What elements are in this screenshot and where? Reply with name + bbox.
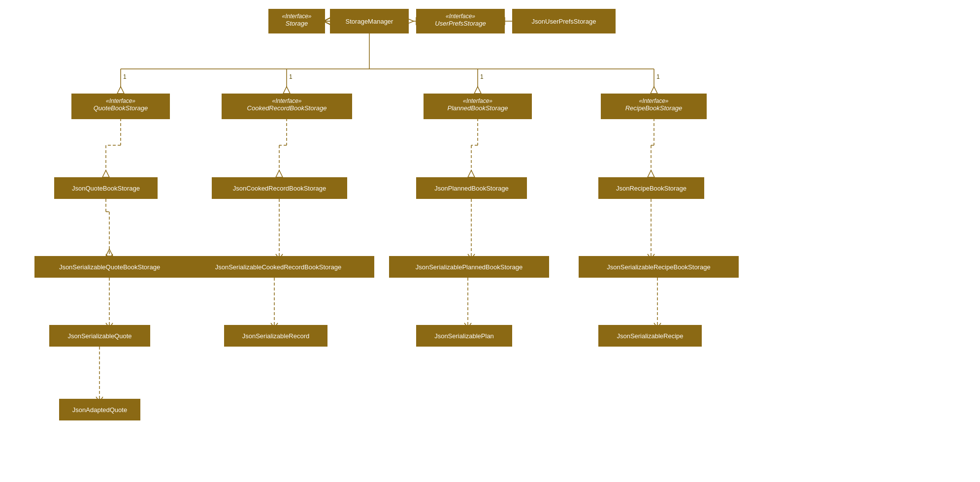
jsonser-quote-label: JsonSerializableQuote [67, 332, 131, 340]
svg-text:1: 1 [656, 73, 660, 80]
jsonser-quote-box: JsonSerializableQuote [49, 325, 150, 347]
userprefs-stereotype: «Interface» [422, 13, 499, 20]
jsonser-plan-label: JsonSerializablePlan [434, 332, 494, 340]
jsonser-recipebook-box: JsonSerializableRecipeBookStorage [579, 256, 739, 278]
storage-interface-box: «Interface» Storage [268, 9, 325, 33]
recipebook-stereotype: «Interface» [607, 97, 701, 104]
jsonser-quotebook-box: JsonSerializableQuoteBookStorage [34, 256, 185, 278]
cookedrecordbook-stereotype: «Interface» [228, 97, 346, 104]
json-quotebook-label: JsonQuoteBookStorage [72, 185, 140, 192]
diagram-svg: 1 1 1 1 1 1 [0, 0, 980, 482]
svg-marker-44 [468, 170, 475, 177]
jsonser-recipebook-label: JsonSerializableRecipeBookStorage [607, 263, 710, 271]
quotebook-classname: QuoteBookStorage [77, 104, 164, 112]
json-recipebook-box: JsonRecipeBookStorage [598, 177, 704, 199]
storage-classname: Storage [274, 20, 319, 27]
jsonser-plan-box: JsonSerializablePlan [416, 325, 512, 347]
jsonser-cookedrecordbook-label: JsonSerializableCookedRecordBookStorage [215, 263, 342, 271]
json-adapted-quote-label: JsonAdaptedQuote [72, 406, 127, 414]
svg-marker-38 [276, 170, 283, 177]
json-cookedrecordbook-box: JsonCookedRecordBookStorage [212, 177, 347, 199]
quotebook-stereotype: «Interface» [77, 97, 164, 104]
json-plannedbook-label: JsonPlannedBookStorage [434, 185, 508, 192]
json-plannedbook-box: JsonPlannedBookStorage [416, 177, 527, 199]
json-recipebook-label: JsonRecipeBookStorage [616, 185, 686, 192]
userprefs-interface-box: «Interface» UserPrefsStorage [416, 9, 505, 33]
storage-manager-label: StorageManager [346, 18, 393, 25]
svg-text:1: 1 [289, 73, 293, 80]
svg-text:1: 1 [480, 73, 484, 80]
jsonser-record-box: JsonSerializableRecord [224, 325, 327, 347]
diagram-container: 1 1 1 1 1 1 [0, 0, 980, 482]
jsonser-record-label: JsonSerializableRecord [242, 332, 310, 340]
jsonser-plannedbook-label: JsonSerializablePlannedBookStorage [416, 263, 523, 271]
storage-stereotype: «Interface» [274, 13, 319, 20]
svg-marker-20 [474, 87, 481, 94]
svg-marker-28 [102, 170, 109, 177]
plannedbook-interface-box: «Interface» PlannedBookStorage [424, 94, 532, 119]
svg-text:1: 1 [123, 73, 127, 80]
json-userprefs-label: JsonUserPrefsStorage [532, 18, 596, 25]
cookedrecordbook-classname: CookedRecordBookStorage [228, 104, 346, 112]
jsonser-quotebook-label: JsonSerializableQuoteBookStorage [59, 263, 160, 271]
plannedbook-classname: PlannedBookStorage [429, 104, 526, 112]
cookedrecordbook-interface-box: «Interface» CookedRecordBookStorage [222, 94, 352, 119]
jsonser-cookedrecordbook-box: JsonSerializableCookedRecordBookStorage [182, 256, 374, 278]
json-quotebook-box: JsonQuoteBookStorage [54, 177, 158, 199]
svg-marker-17 [283, 87, 290, 94]
userprefs-classname: UserPrefsStorage [422, 20, 499, 27]
jsonser-plannedbook-box: JsonSerializablePlannedBookStorage [389, 256, 549, 278]
plannedbook-stereotype: «Interface» [429, 97, 526, 104]
json-adapted-quote-box: JsonAdaptedQuote [59, 399, 140, 420]
storage-manager-box: StorageManager [330, 9, 409, 33]
jsonser-recipe-box: JsonSerializableRecipe [598, 325, 702, 347]
svg-marker-23 [651, 87, 657, 94]
quotebook-interface-box: «Interface» QuoteBookStorage [71, 94, 170, 119]
recipebook-classname: RecipeBookStorage [607, 104, 701, 112]
recipebook-interface-box: «Interface» RecipeBookStorage [601, 94, 707, 119]
svg-marker-50 [648, 170, 654, 177]
json-cookedrecordbook-label: JsonCookedRecordBookStorage [233, 185, 326, 192]
svg-marker-14 [117, 87, 124, 94]
jsonser-recipe-label: JsonSerializableRecipe [617, 332, 683, 340]
json-userprefs-box: JsonUserPrefsStorage [512, 9, 616, 33]
